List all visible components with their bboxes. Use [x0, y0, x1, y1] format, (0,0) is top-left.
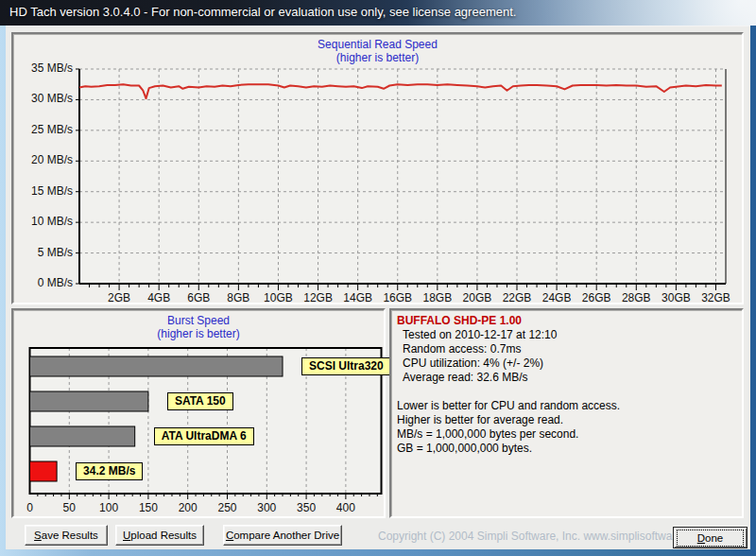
- copyright-text: Copyright (C) 2004 Simpli Software, Inc.…: [378, 530, 707, 543]
- save-results-label: Save Results: [26, 526, 107, 545]
- tick-label: 34.2 MB/s: [76, 462, 143, 480]
- client-area: Sequential Read Speed (higher is better)…: [6, 26, 750, 549]
- note-lower-better: Lower is better for CPU and random acces…: [397, 399, 736, 413]
- save-results-button[interactable]: Save Results: [25, 525, 108, 546]
- seq-plot: 0 MB/s5 MB/s10 MB/s15 MB/s20 MB/s25 MB/s…: [75, 68, 729, 291]
- tick-label: 32GB: [687, 291, 744, 304]
- window-title: HD Tach version 3.0.4.0 - For non-commer…: [9, 5, 516, 19]
- tick-label: 25 MB/s: [16, 123, 73, 136]
- tick-label: 20 MB/s: [16, 153, 73, 166]
- seq-plot-svg: [75, 68, 729, 293]
- average-read: Average read: 32.6 MB/s: [403, 371, 736, 385]
- tick-label: 10 MB/s: [16, 215, 73, 228]
- tick-label: 5 MB/s: [16, 246, 73, 259]
- drive-info-panel: BUFFALO SHD-PE 1.00 Tested on 2010-12-17…: [389, 308, 744, 518]
- seq-chart-title: Sequential Read Speed: [13, 38, 742, 51]
- tick-label: 15 MB/s: [16, 184, 73, 198]
- burst-chart-subtitle: (higher is better): [13, 327, 384, 340]
- done-button[interactable]: Done: [673, 527, 747, 548]
- drive-name: BUFFALO SHD-PE 1.00: [397, 314, 736, 328]
- tick-label: 35 MB/s: [16, 61, 73, 75]
- upload-results-button[interactable]: Upload Results: [115, 525, 204, 546]
- burst-chart-title: Burst Speed: [13, 314, 384, 327]
- done-label: Done: [677, 530, 744, 547]
- tick-label: SCSI Ultra320: [301, 357, 391, 375]
- compare-another-drive-button[interactable]: Compare Another Drive: [223, 525, 342, 546]
- upload-results-label: Upload Results: [116, 526, 203, 545]
- compare-another-drive-label: Compare Another Drive: [224, 526, 341, 545]
- tick-label: 0 MB/s: [16, 276, 73, 289]
- tick-label: 30 MB/s: [16, 92, 73, 105]
- note-gb-definition: GB = 1,000,000,000 bytes.: [397, 442, 736, 456]
- note-higher-better: Higher is better for average read.: [397, 413, 736, 427]
- cpu-utilization: CPU utilization: 4% (+/- 2%): [403, 356, 736, 371]
- tick-label: 400: [322, 501, 369, 514]
- title-bar[interactable]: HD Tach version 3.0.4.0 - For non-commer…: [0, 0, 756, 26]
- sequential-read-panel: Sequential Read Speed (higher is better)…: [11, 32, 744, 304]
- tested-on: Tested on 2010-12-17 at 12:10: [403, 328, 736, 342]
- seq-chart-subtitle: (higher is better): [13, 51, 742, 64]
- app-window: HD Tach version 3.0.4.0 - For non-commer…: [0, 0, 756, 556]
- random-access: Random access: 0.7ms: [403, 342, 736, 356]
- tick-label: SATA 150: [167, 392, 233, 410]
- tick-label: ATA UltraDMA 6: [154, 427, 254, 445]
- burst-plot: SCSI Ultra320SATA 150ATA UltraDMA 634.2 …: [28, 347, 384, 510]
- burst-speed-panel: Burst Speed (higher is better) SCSI Ultr…: [11, 308, 386, 518]
- note-mbs-definition: MB/s = 1,000,000 bytes per second.: [397, 427, 736, 442]
